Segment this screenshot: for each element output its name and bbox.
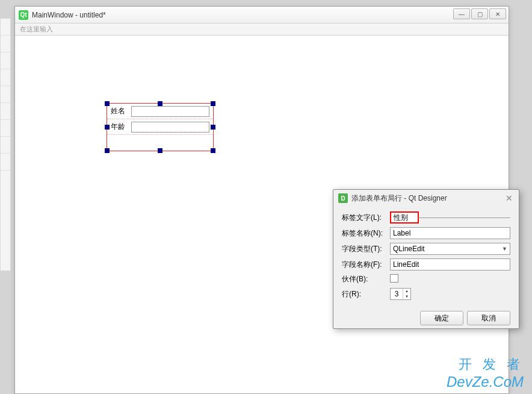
dialog-title-bar[interactable]: D 添加表单布局行 - Qt Designer ✕ xyxy=(333,190,519,207)
resize-handle[interactable] xyxy=(211,125,215,130)
buddy-checkbox[interactable] xyxy=(390,274,398,283)
add-form-row-dialog: D 添加表单布局行 - Qt Designer ✕ 标签文字(L): 标签名称(… xyxy=(333,189,519,329)
field-type-value: QLineEdit xyxy=(393,245,425,253)
close-button[interactable]: ✕ xyxy=(489,8,506,19)
field-label: 伙伴(B): xyxy=(342,274,390,284)
field-type-select[interactable]: QLineEdit ▼ xyxy=(390,243,510,255)
minimize-button[interactable]: — xyxy=(453,8,470,19)
row-spinner[interactable]: 3 ▲ ▼ xyxy=(390,288,411,300)
field-label: 标签名称(N): xyxy=(342,228,390,239)
dialog-body: 标签文字(L): 标签名称(N): 字段类型(T): QLineEdit ▼ xyxy=(333,207,519,306)
resize-handle[interactable] xyxy=(158,101,162,106)
resize-handle[interactable] xyxy=(105,148,110,153)
field-label: 标签文字(L): xyxy=(342,213,390,223)
resize-handle[interactable] xyxy=(105,101,110,106)
spinner-up-icon[interactable]: ▲ xyxy=(403,289,410,294)
form-row-1[interactable]: 年龄 xyxy=(107,119,213,135)
row-field-name: 字段名称(F): xyxy=(342,258,510,270)
row-field-type: 字段类型(T): QLineEdit ▼ xyxy=(342,243,510,255)
row-label-text: 标签文字(L): xyxy=(342,211,510,224)
window-title: MainWindow - untitled* xyxy=(32,11,106,19)
title-bar: Qt MainWindow - untitled* — ▢ ✕ xyxy=(15,7,509,23)
field-label: 字段名称(F): xyxy=(342,260,390,270)
resize-handle[interactable] xyxy=(105,125,110,130)
spinner-down-icon[interactable]: ▼ xyxy=(403,294,410,299)
chevron-down-icon: ▼ xyxy=(502,246,507,252)
label-text-input[interactable] xyxy=(390,211,419,224)
row-label-name: 标签名称(N): xyxy=(342,227,510,239)
form-row-label: 姓名 xyxy=(111,106,129,116)
ok-button[interactable]: 确定 xyxy=(420,311,463,325)
resize-handle[interactable] xyxy=(211,148,215,153)
resize-handle[interactable] xyxy=(211,101,215,106)
cancel-button[interactable]: 取消 xyxy=(467,311,510,325)
dialog-title: 添加表单布局行 - Qt Designer xyxy=(351,193,447,204)
field-label: 字段类型(T): xyxy=(342,244,390,254)
dialog-close-button[interactable]: ✕ xyxy=(504,193,514,203)
field-label: 行(R): xyxy=(342,289,390,299)
designer-icon: D xyxy=(338,193,348,203)
maximize-button[interactable]: ▢ xyxy=(471,8,488,19)
row-rownum: 行(R): 3 ▲ ▼ xyxy=(342,288,510,300)
form-row-label: 年龄 xyxy=(111,122,129,132)
row-buddy: 伙伴(B): xyxy=(342,274,510,284)
form-row-input[interactable] xyxy=(131,122,209,133)
resize-handle[interactable] xyxy=(158,148,162,153)
menu-type-here: 在这里输入 xyxy=(20,25,53,34)
row-spinner-value: 3 xyxy=(391,289,403,299)
label-name-input[interactable] xyxy=(390,227,510,239)
dialog-button-bar: 确定 取消 xyxy=(333,306,519,330)
field-name-input[interactable] xyxy=(390,258,510,270)
editor-left-strip xyxy=(0,18,11,271)
qt-icon: Qt xyxy=(19,10,28,20)
form-layout-selection[interactable]: 姓名 年龄 xyxy=(107,103,214,151)
form-row-input[interactable] xyxy=(131,106,209,117)
menu-bar-hint[interactable]: 在这里输入 xyxy=(15,23,509,36)
